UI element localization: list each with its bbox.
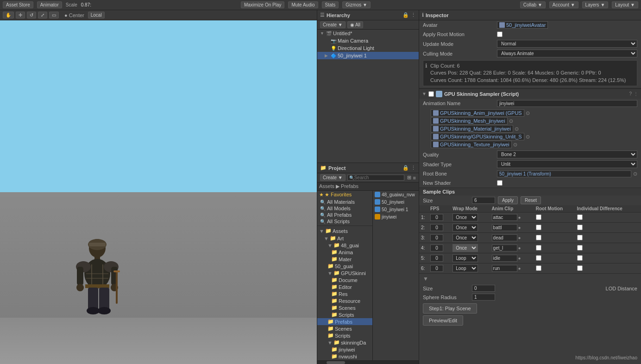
sphere-radius-input[interactable]	[472, 294, 495, 301]
row-1-anim-circle-icon[interactable]: ●	[518, 215, 521, 220]
tree-gpuskinni[interactable]: ▼ 📁 GPUSkinni	[317, 270, 372, 276]
fav-all-prefabs[interactable]: 🔍 All Prefabs	[317, 212, 372, 218]
clips-expand-arrow[interactable]: ▼	[419, 274, 641, 284]
rotate-tool[interactable]: ↺	[27, 12, 36, 19]
step1-btn[interactable]: Step1: Play Scene	[423, 303, 477, 314]
hierarchy-item-jinyiwei[interactable]: ▶ 🔷 50_jinyiwei 1	[317, 52, 419, 59]
asset-arrow-4[interactable]: ⊙	[513, 142, 517, 148]
row-3-root-checkbox[interactable]	[536, 235, 541, 240]
asset-arrow-3[interactable]: ⊙	[526, 134, 530, 140]
row-5-wrap-dropdown[interactable]: LoopOnce	[452, 254, 478, 262]
reset-btn[interactable]: Reset	[521, 196, 541, 204]
tree-jinyiwei[interactable]: 📁 jinyiwei	[317, 346, 372, 353]
mute-audio-btn[interactable]: Mute Audio	[288, 1, 318, 8]
tree-skinningda[interactable]: ▼ 📁 skinningDa	[317, 339, 372, 346]
row-6-root-checkbox[interactable]	[536, 265, 541, 271]
gizmos-btn[interactable]: Gizmos ▼	[342, 1, 371, 8]
row-2-root-checkbox[interactable]	[536, 225, 541, 230]
row-6-fps-input[interactable]	[430, 265, 443, 272]
row-5-anim-circle-icon[interactable]: ●	[518, 256, 521, 261]
apply-root-motion-checkbox[interactable]	[497, 31, 503, 37]
tree-nvwushi[interactable]: 📁 nvwushi	[317, 353, 372, 360]
project-lock-icon[interactable]: 🔒	[402, 165, 409, 171]
hierarchy-lock-icon[interactable]: 🔒	[402, 12, 409, 18]
shader-type-dropdown[interactable]: Unlit	[497, 160, 637, 168]
asset-ref-1[interactable]: GPUSkinning_Mesh_jinyiwei	[431, 117, 508, 125]
row-2-ind-checkbox[interactable]	[577, 225, 583, 230]
project-menu-icon[interactable]: ⋮	[411, 165, 416, 171]
row-1-root-checkbox[interactable]	[536, 214, 541, 220]
prefab-48guaiwu[interactable]: 48_guaiwu_nvw	[373, 191, 419, 198]
size-input[interactable]	[472, 197, 495, 204]
row-6-ind-checkbox[interactable]	[577, 265, 583, 271]
rect-tool[interactable]: ▭	[49, 12, 59, 19]
row-5-anim-input[interactable]	[492, 255, 517, 262]
tree-50guai[interactable]: 📁 50_guai	[317, 263, 372, 270]
animator-btn[interactable]: Animator	[37, 1, 62, 8]
project-scrollbar[interactable]	[317, 360, 419, 364]
hierarchy-item-main-camera[interactable]: 📷 Main Camera	[317, 37, 419, 44]
root-bone-input[interactable]	[497, 170, 631, 177]
row-5-fps-input[interactable]	[430, 255, 443, 262]
row-4-root-checkbox[interactable]	[536, 245, 541, 251]
row-4-anim-input[interactable]	[492, 245, 517, 251]
hierarchy-menu-icon[interactable]: ⋮	[411, 12, 416, 18]
tree-scripts[interactable]: 📁 Scripts	[317, 332, 372, 339]
row-1-anim-input[interactable]	[492, 214, 517, 221]
row-4-wrap-dropdown[interactable]: OnceLoop	[452, 244, 478, 252]
row-3-anim-circle-icon[interactable]: ●	[518, 235, 521, 240]
row-6-wrap-dropdown[interactable]: LoopOnce	[452, 264, 478, 272]
tree-scenes[interactable]: 📁 Scenes	[317, 325, 372, 332]
layers-btn[interactable]: Layers ▼	[582, 1, 609, 8]
asset-ref-3[interactable]: GPUSkinning/GPUSkinning_Unlit_S	[431, 133, 524, 140]
tree-48guai[interactable]: ▼ 📁 48_guai	[317, 242, 372, 249]
row-3-anim-input[interactable]	[492, 234, 517, 241]
preview-edit-btn[interactable]: Preview/Edit	[423, 315, 463, 326]
row-2-fps-input[interactable]	[430, 224, 443, 231]
component-enable-checkbox[interactable]	[428, 91, 434, 97]
local-btn[interactable]: Local	[88, 12, 105, 19]
row-6-anim-circle-icon[interactable]: ●	[518, 266, 521, 271]
row-4-fps-input[interactable]	[430, 245, 443, 251]
stats-btn[interactable]: Stats	[322, 1, 339, 8]
tree-mater[interactable]: 📁 Mater	[317, 256, 372, 263]
collab-btn[interactable]: Collab ▼	[520, 1, 546, 8]
row-4-anim-circle-icon[interactable]: ●	[518, 245, 521, 251]
component-help-btn[interactable]: ?	[629, 91, 632, 96]
animation-name-input[interactable]	[497, 100, 637, 107]
asset-ref-4[interactable]: GPUSkinning_Texture_jinyiwei	[431, 141, 512, 148]
tree-scripts-sub[interactable]: 📁 Scripts	[317, 311, 372, 318]
tree-scenes-sub[interactable]: 📁 Scenes	[317, 304, 372, 311]
project-sort-icon[interactable]: ⊞	[407, 175, 411, 181]
culling-mode-dropdown[interactable]: Always Animate	[497, 50, 637, 57]
update-mode-dropdown[interactable]: Normal	[497, 40, 637, 48]
scale-tool[interactable]: ⤢	[38, 12, 47, 19]
row-5-root-checkbox[interactable]	[536, 255, 541, 261]
asset-arrow-0[interactable]: ⊙	[526, 110, 530, 116]
layout-btn[interactable]: Layout ▼	[612, 1, 638, 8]
hand-tool[interactable]: ✋	[3, 12, 14, 19]
row-3-fps-input[interactable]	[430, 234, 443, 241]
tree-anima[interactable]: 📁 Anima	[317, 249, 372, 256]
project-cols-icon[interactable]: ≡	[413, 175, 416, 181]
hierarchy-create-btn[interactable]: Create ▼	[320, 21, 346, 28]
row-2-wrap-dropdown[interactable]: OnceLoop	[452, 224, 478, 232]
tree-editor[interactable]: 📁 Editor	[317, 283, 372, 290]
asset-ref-0[interactable]: GPUSkinning_Anim_jinyiwei (GPUS	[431, 109, 524, 117]
bottom-size-input[interactable]	[472, 285, 495, 292]
hierarchy-all-btn[interactable]: ◉ All	[347, 21, 363, 28]
fav-all-models[interactable]: 🔍 All Models	[317, 205, 372, 212]
tree-docume[interactable]: 📁 Docume	[317, 276, 372, 283]
asset-store-btn[interactable]: Asset Store	[3, 1, 33, 8]
row-1-ind-checkbox[interactable]	[577, 214, 583, 220]
row-6-anim-input[interactable]	[492, 265, 517, 272]
root-bone-circle-icon[interactable]: ⊙	[633, 171, 637, 177]
asset-arrow-1[interactable]: ⊙	[509, 118, 513, 124]
assets-tree-item[interactable]: ▼ 📁 Assets	[317, 227, 372, 235]
row-1-wrap-dropdown[interactable]: OnceLoop	[452, 213, 478, 221]
row-1-fps-input[interactable]	[430, 214, 443, 221]
prefab-50jinyiwei-1[interactable]: 50_jinyiwei 1	[373, 206, 419, 213]
account-btn[interactable]: Account ▼	[549, 1, 578, 8]
tree-resource[interactable]: 📁 Resource	[317, 297, 372, 304]
tree-res[interactable]: 📁 Res	[317, 290, 372, 297]
